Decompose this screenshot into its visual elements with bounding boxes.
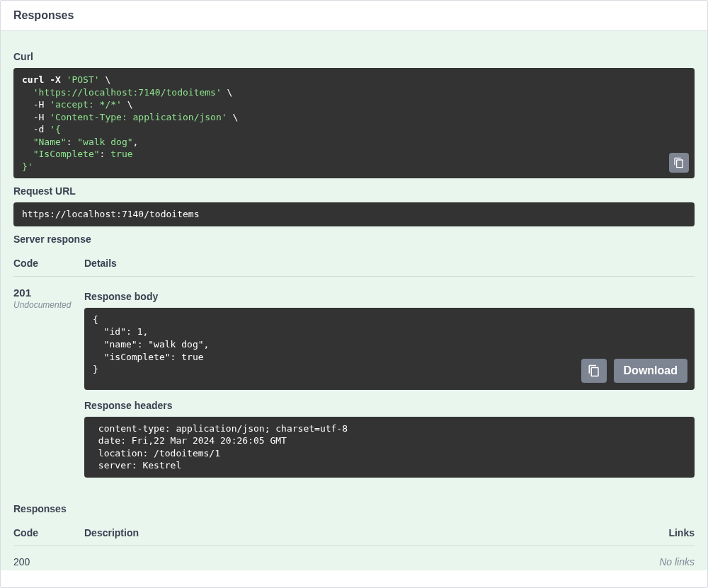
undocumented-label: Undocumented: [13, 300, 84, 310]
request-url-label: Request URL: [13, 185, 695, 197]
responses2-label: Responses: [13, 503, 695, 514]
responses2-table-head: Code Description Links: [13, 520, 695, 546]
curl-code-block: curl -X 'POST' \ 'https://localhost:7140…: [13, 68, 695, 178]
response-headers-block: content-type: application/json; charset=…: [84, 417, 695, 478]
clipboard-icon: [673, 157, 685, 168]
copy-response-button[interactable]: [581, 359, 607, 383]
code-column-header2: Code: [13, 527, 84, 538]
status-code: 201: [13, 287, 84, 299]
download-button[interactable]: Download: [614, 359, 687, 383]
details-column-header: Details: [84, 258, 695, 269]
links-column-header: Links: [624, 527, 695, 538]
no-links-label: No links: [624, 556, 695, 567]
clipboard-icon: [588, 364, 600, 377]
response-headers-label: Response headers: [84, 400, 695, 411]
response-body-label: Response body: [84, 291, 695, 302]
copy-curl-button[interactable]: [669, 153, 689, 173]
curl-label: Curl: [13, 51, 695, 62]
response-body-block: { "id": 1, "name": "walk dog", "isComple…: [84, 308, 695, 390]
description-column-header: Description: [84, 527, 624, 538]
responses-header: Responses: [1, 1, 707, 31]
code-column-header: Code: [13, 258, 84, 269]
request-url-value: https://localhost:7140/todoitems: [13, 202, 695, 226]
responses-title: Responses: [13, 9, 74, 21]
server-response-label: Server response: [13, 234, 695, 245]
server-response-table-head: Code Details: [13, 250, 695, 277]
status-code-200: 200: [13, 556, 84, 567]
